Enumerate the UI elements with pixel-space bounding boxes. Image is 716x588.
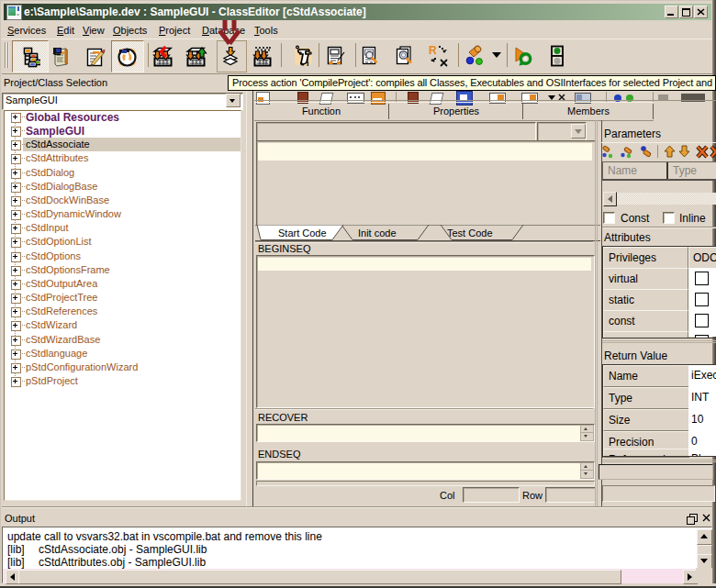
svg-text:R: R bbox=[429, 44, 437, 57]
svg-text:i: i bbox=[307, 59, 309, 68]
